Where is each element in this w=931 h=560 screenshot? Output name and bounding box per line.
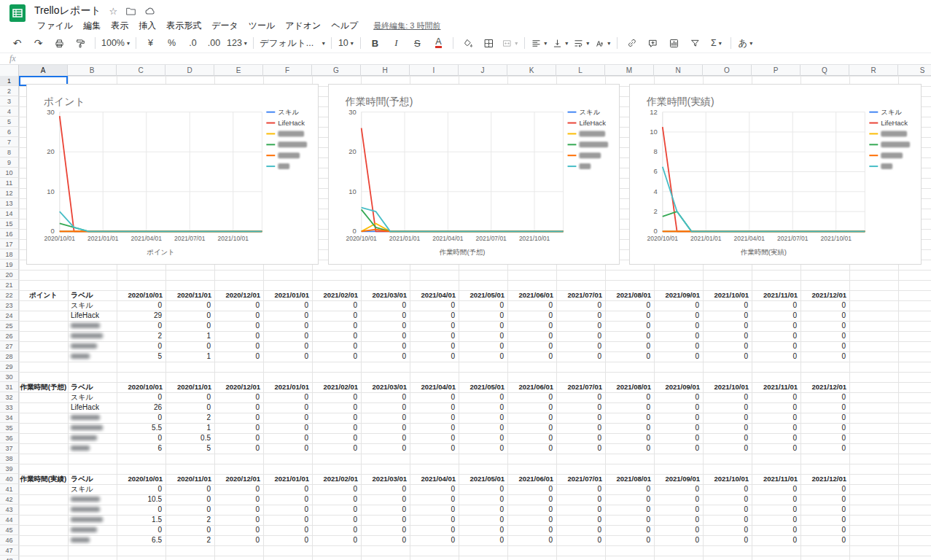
cell[interactable]: 0 bbox=[361, 321, 410, 331]
formula-input[interactable] bbox=[26, 53, 931, 64]
cell[interactable]: 0 bbox=[459, 494, 507, 505]
cell[interactable]: 0 bbox=[165, 484, 214, 494]
cell[interactable]: 0 bbox=[410, 433, 459, 443]
cell[interactable]: 0 bbox=[703, 341, 752, 351]
cell[interactable]: 0 bbox=[410, 300, 459, 311]
cell[interactable]: 0 bbox=[214, 535, 263, 545]
cell[interactable]: 6.5 bbox=[117, 535, 165, 545]
cell[interactable]: 0 bbox=[556, 515, 605, 525]
column-header[interactable]: Q bbox=[800, 65, 849, 76]
cell[interactable]: 0 bbox=[459, 351, 507, 362]
cell[interactable]: 0 bbox=[507, 392, 556, 402]
cell[interactable]: 0 bbox=[605, 443, 654, 454]
cell[interactable]: 0 bbox=[605, 525, 654, 535]
cell[interactable]: 0 bbox=[800, 525, 849, 535]
cell[interactable]: 2 bbox=[117, 331, 165, 341]
cell[interactable]: 6 bbox=[117, 443, 165, 454]
row-header[interactable]: 41 bbox=[0, 484, 19, 494]
cell[interactable]: 2021/03/01 bbox=[361, 474, 410, 484]
cell[interactable]: 0 bbox=[410, 392, 459, 402]
cell[interactable]: 0 bbox=[752, 351, 800, 362]
cell[interactable] bbox=[68, 535, 117, 545]
cell[interactable]: 0 bbox=[703, 535, 752, 545]
cell[interactable]: 0 bbox=[459, 321, 507, 331]
cell[interactable]: 0 bbox=[165, 392, 214, 402]
cell[interactable]: 0 bbox=[361, 351, 410, 362]
document-title[interactable]: Trelloレポート bbox=[34, 4, 101, 18]
cell[interactable]: 0 bbox=[459, 402, 507, 413]
cell[interactable]: 2021/10/01 bbox=[703, 474, 752, 484]
cell[interactable]: 0 bbox=[703, 311, 752, 321]
cell[interactable]: 2021/11/01 bbox=[752, 382, 800, 392]
cell[interactable]: 0 bbox=[459, 413, 507, 423]
cell[interactable]: 0 bbox=[752, 505, 800, 515]
cell[interactable]: 0 bbox=[361, 505, 410, 515]
undo-button[interactable]: ↶ bbox=[7, 35, 28, 51]
row-header[interactable]: 13 bbox=[0, 198, 19, 209]
cell[interactable]: 0 bbox=[752, 535, 800, 545]
cell[interactable]: 0 bbox=[556, 413, 605, 423]
cell[interactable]: 0 bbox=[361, 484, 410, 494]
row-header[interactable]: 2 bbox=[0, 86, 19, 96]
cell[interactable]: 2021/09/01 bbox=[654, 290, 703, 300]
cell[interactable]: 0 bbox=[556, 535, 605, 545]
cell[interactable]: 0 bbox=[654, 443, 703, 454]
cell[interactable]: 0 bbox=[800, 392, 849, 402]
cell[interactable]: 0 bbox=[214, 484, 263, 494]
cell[interactable]: 0 bbox=[361, 443, 410, 454]
cell[interactable]: 2021/11/01 bbox=[752, 290, 800, 300]
cell[interactable]: 0 bbox=[507, 300, 556, 311]
cell[interactable]: 0 bbox=[703, 443, 752, 454]
cell[interactable]: 0 bbox=[459, 300, 507, 311]
cell[interactable]: 0 bbox=[410, 423, 459, 433]
cell[interactable]: 0 bbox=[459, 433, 507, 443]
cell[interactable]: 0 bbox=[361, 331, 410, 341]
cell[interactable]: 0 bbox=[703, 413, 752, 423]
merge-cells-button[interactable]: ▾ bbox=[499, 35, 521, 51]
row-header[interactable]: 45 bbox=[0, 525, 19, 535]
row-header[interactable]: 26 bbox=[0, 331, 19, 341]
cell[interactable]: 2020/12/01 bbox=[214, 382, 263, 392]
column-header[interactable]: E bbox=[214, 65, 263, 76]
cell[interactable]: 0 bbox=[263, 525, 312, 535]
cell[interactable]: スキル bbox=[68, 392, 117, 402]
cell[interactable]: 0 bbox=[361, 525, 410, 535]
cell[interactable]: 0 bbox=[459, 423, 507, 433]
cell[interactable]: 0 bbox=[263, 351, 312, 362]
column-header[interactable]: L bbox=[556, 65, 605, 76]
cell[interactable]: 0 bbox=[263, 341, 312, 351]
cell[interactable]: 0 bbox=[165, 525, 214, 535]
cell[interactable]: 2021/02/01 bbox=[312, 474, 361, 484]
cell[interactable]: 0 bbox=[703, 392, 752, 402]
cell[interactable]: 2021/07/01 bbox=[556, 290, 605, 300]
cell[interactable]: 2020/10/01 bbox=[117, 382, 165, 392]
cell[interactable]: 0 bbox=[312, 433, 361, 443]
cell[interactable]: 0 bbox=[117, 413, 165, 423]
cell[interactable]: 0 bbox=[214, 433, 263, 443]
cell[interactable]: 2021/08/01 bbox=[605, 382, 654, 392]
cell[interactable]: 0 bbox=[459, 392, 507, 402]
cell[interactable]: 0 bbox=[507, 443, 556, 454]
cell[interactable]: 0 bbox=[410, 525, 459, 535]
last-edit-link[interactable]: 最終編集: 3 時間前 bbox=[373, 20, 440, 31]
cell[interactable]: 0 bbox=[263, 331, 312, 341]
cell[interactable]: 0 bbox=[556, 402, 605, 413]
cell[interactable]: 0 bbox=[214, 525, 263, 535]
cell[interactable]: 0 bbox=[703, 515, 752, 525]
row-header[interactable]: 8 bbox=[0, 147, 19, 158]
cell[interactable]: 0 bbox=[800, 341, 849, 351]
cell[interactable]: 0 bbox=[654, 484, 703, 494]
cell[interactable]: 0 bbox=[459, 341, 507, 351]
row-header[interactable]: 1 bbox=[0, 76, 19, 86]
column-header[interactable]: R bbox=[849, 65, 898, 76]
cell[interactable]: 0 bbox=[703, 484, 752, 494]
cell[interactable]: 0 bbox=[556, 300, 605, 311]
cell[interactable]: 0 bbox=[263, 413, 312, 423]
cell[interactable] bbox=[68, 494, 117, 505]
cell[interactable]: 0 bbox=[605, 331, 654, 341]
cell[interactable]: 0 bbox=[312, 505, 361, 515]
cell[interactable]: 2021/11/01 bbox=[752, 474, 800, 484]
cell[interactable]: 0 bbox=[654, 300, 703, 311]
column-header[interactable]: S bbox=[898, 65, 931, 76]
cell[interactable]: 0 bbox=[312, 311, 361, 321]
